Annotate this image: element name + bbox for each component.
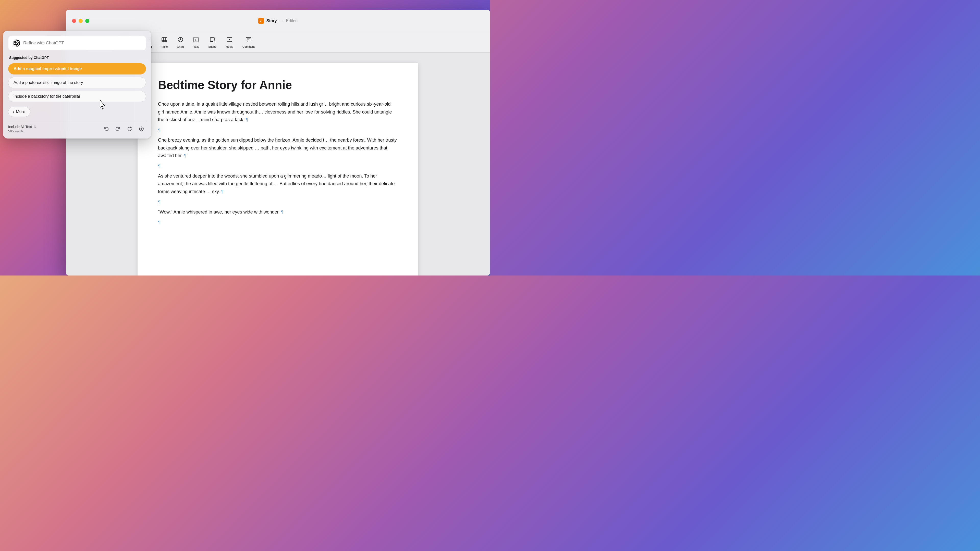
window-title: Story [266,19,277,23]
chart-label: Chart [177,45,184,48]
svg-text:T: T [195,38,197,41]
undo-button[interactable] [102,124,111,133]
pilcrow-break-4: ¶ [158,220,398,225]
document-title: Bedtime Story for Annie [158,78,398,92]
pilcrow-3: ¶ [221,189,224,194]
svg-rect-13 [162,38,167,41]
pilcrow-break-1: ¶ [158,128,398,133]
paragraph-3: As she ventured deeper into the woods, s… [158,172,398,196]
title-edited: Edited [286,19,298,23]
word-count: 585 words [8,129,36,133]
chart-icon [177,37,183,44]
media-label: Media [226,45,233,48]
minimize-button[interactable] [79,19,83,23]
svg-line-21 [179,40,180,41]
chatgpt-refine-input[interactable] [23,41,141,46]
more-button[interactable]: › More [8,106,30,117]
titlebar: Story — Edited [66,10,490,32]
close-button[interactable] [72,19,76,23]
table-label: Table [161,45,168,48]
pilcrow-4: ¶ [281,210,283,214]
shape-label: Shape [208,45,216,48]
include-all-chevron-icon: ⇅ [33,125,36,129]
more-chevron-icon: › [13,110,14,114]
media-icon [226,37,232,44]
suggestion-magical-image[interactable]: Add a magical impressionist image [8,63,146,75]
comment-button[interactable]: Comment [239,35,258,50]
shape-icon [209,37,215,44]
comment-label: Comment [242,45,255,48]
table-icon [161,37,167,44]
document-icon [258,18,264,24]
chart-button[interactable]: Chart [173,35,187,50]
svg-line-20 [180,40,182,40]
svg-rect-1 [260,20,262,21]
pilcrow-break-3: ¶ [158,200,398,205]
title-separator: — [280,19,283,23]
title-area: Story — Edited [258,18,298,24]
paragraph-2: One breezy evening, as the golden sun di… [158,136,398,160]
table-button[interactable]: Table [158,35,171,50]
footer-actions [102,124,146,133]
paragraph-1: Once upon a time, in a quaint little vil… [158,100,398,124]
text-label: Text [193,45,199,48]
svg-marker-28 [229,39,230,40]
refresh-button[interactable] [125,124,134,133]
suggested-label: Suggested by ChatGPT [8,56,146,60]
suggestion-caterpillar-backstory[interactable]: Include a backstory for the caterpillar [8,91,146,102]
suggestions-list: Add a magical impressionist image Add a … [8,63,146,105]
text-button[interactable]: T Text [189,35,203,50]
svg-rect-2 [260,21,262,21]
comment-icon [245,37,251,44]
traffic-lights [72,19,89,23]
svg-marker-26 [211,40,213,41]
pilcrow-1: ¶ [246,118,248,122]
suggestion-photorealistic-image[interactable]: Add a photorealistic image of the story [8,77,146,88]
shape-button[interactable]: Shape [205,35,220,50]
maximize-button[interactable] [85,19,89,23]
include-all-text[interactable]: Include All Text ⇅ [8,125,36,129]
document-page: Bedtime Story for Annie Once upon a time… [138,63,418,275]
add-to-doc-button[interactable] [137,124,146,133]
redo-button[interactable] [113,124,123,133]
svg-point-25 [213,40,215,42]
paragraph-4: "Wow," Annie whispered in awe, her eyes … [158,208,398,216]
text-icon: T [193,37,199,44]
svg-rect-29 [246,38,251,41]
pilcrow-break-2: ¶ [158,164,398,169]
chatgpt-panel: Suggested by ChatGPT Add a magical impre… [3,30,151,138]
pilcrow-2: ¶ [184,154,186,158]
panel-footer: Include All Text ⇅ 585 words [8,121,146,133]
svg-rect-3 [260,21,261,22]
chatgpt-logo-icon [13,40,20,47]
chatgpt-input-row[interactable] [8,36,146,51]
media-button[interactable]: Media [222,35,237,50]
